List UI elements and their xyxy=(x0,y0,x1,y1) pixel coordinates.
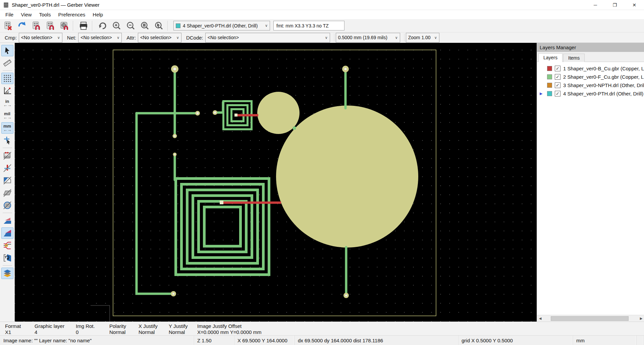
active-layer-select[interactable]: 4 Shaper_ver0-PTH.drl (Other, Drill) ∨ xyxy=(173,21,270,30)
svg-text:D1: D1 xyxy=(6,204,10,207)
menu-view[interactable]: View xyxy=(17,11,35,18)
refresh-view-icon[interactable] xyxy=(97,20,109,31)
open-gerber-job-icon[interactable] xyxy=(44,20,56,31)
menu-bar: File View Tools Preferences Help xyxy=(0,10,644,19)
menu-file[interactable]: File xyxy=(2,11,17,18)
status-value: 4 xyxy=(35,329,64,335)
zoom-select[interactable]: Zoom 1.00 ∨ xyxy=(406,33,439,43)
layer-color-swatch[interactable] xyxy=(547,83,552,88)
format-info-field[interactable]: fmt: mm X3.3 Y3.3 no TZ xyxy=(273,21,344,30)
zoom-in-icon[interactable] xyxy=(111,20,123,31)
scroll-left-icon[interactable]: ◀ xyxy=(537,315,543,322)
print-icon[interactable] xyxy=(77,20,90,31)
open-drill-file-icon[interactable] xyxy=(58,20,70,31)
scroll-right-icon[interactable]: ▶ xyxy=(638,315,644,322)
polar-coords-icon[interactable]: rθ xyxy=(1,85,13,96)
status-x-justify: X Justify Normal xyxy=(139,323,158,335)
chevron-down-icon: ∨ xyxy=(55,36,60,40)
sketch-pads-icon[interactable] xyxy=(1,150,13,161)
units-mm-icon[interactable]: mm←→ xyxy=(1,122,13,134)
flash-circle-large xyxy=(276,106,418,248)
attribute-select[interactable]: <No selection> ∨ xyxy=(138,33,181,43)
toolbar-separator xyxy=(167,21,168,31)
layer-row[interactable]: ▶ ✓ 1 Shaper_ver0-B_Cu.gbr (Copper, L2) xyxy=(537,64,644,73)
layer-label[interactable]: 4 Shaper_ver0-PTH.drl (Other, Drill) xyxy=(563,91,643,96)
status-label: Y Justify xyxy=(169,323,187,329)
layer-visibility-checkbox[interactable]: ✓ xyxy=(555,66,560,71)
cmp-label: Cmp: xyxy=(5,35,17,41)
highlight-net-icon[interactable] xyxy=(1,240,13,251)
layer-row[interactable]: ▶ ✓ 2 Shaper_ver0-F_Cu.gbr (Copper, L1) xyxy=(537,73,644,81)
scrollbar-thumb[interactable] xyxy=(551,316,629,321)
pad-hole xyxy=(174,135,176,137)
status-cursor-xy: X 69.5000 Y 164.0000 xyxy=(234,336,294,345)
layer-row[interactable]: ▶ ✓ 3 Shaper_ver0-NPTH.drl (Other, Drill… xyxy=(537,81,644,89)
clear-all-layers-icon[interactable] xyxy=(2,20,14,31)
units-inches-icon[interactable]: in←→ xyxy=(1,97,13,109)
zoom-to-selection-icon[interactable] xyxy=(153,20,165,31)
pad-hole xyxy=(345,294,347,296)
measure-tool-icon[interactable] xyxy=(1,57,13,69)
sketch-polygons-icon[interactable] xyxy=(1,175,13,186)
tab-items[interactable]: Items xyxy=(563,54,585,62)
chevron-down-icon: ∨ xyxy=(262,23,268,28)
fullscreen-crosshair-icon[interactable] xyxy=(1,135,13,146)
trace-tick xyxy=(293,127,296,130)
red-trace-start-pad xyxy=(220,201,223,204)
net-select[interactable]: <No selection> ∨ xyxy=(78,33,122,43)
chevron-down-icon: ∨ xyxy=(432,36,437,40)
grid-size-select[interactable]: 0.5000 mm (19.69 mils) ∨ xyxy=(336,33,400,43)
dcode-select[interactable]: <No selection> ∨ xyxy=(205,33,330,43)
chevron-down-icon: ∨ xyxy=(114,36,119,40)
layer-label[interactable]: 2 Shaper_ver0-F_Cu.gbr (Copper, L1) xyxy=(563,74,644,80)
chevron-down-icon: ∨ xyxy=(322,36,328,40)
layer-visibility-checkbox[interactable]: ✓ xyxy=(555,91,560,96)
menu-preferences[interactable]: Preferences xyxy=(54,11,89,18)
sketch-lines-icon[interactable] xyxy=(1,187,13,199)
layers-diff-mode-icon[interactable] xyxy=(1,227,13,239)
layer-color-swatch[interactable] xyxy=(547,66,552,71)
grid-size-value: 0.5000 mm (19.69 mils) xyxy=(338,35,387,40)
show-dcodes-icon[interactable]: D1 xyxy=(1,200,13,211)
select-tool-icon[interactable] xyxy=(1,45,13,56)
grid-toggle-icon[interactable] xyxy=(1,73,13,84)
layers-manager-toggle-icon[interactable] xyxy=(1,268,13,279)
status-value: X=0.0000 mm Y=0.0000 mm xyxy=(197,329,262,335)
bottom-statusbar: Image name: "" Layer name: "no name" Z 1… xyxy=(0,335,644,345)
filter-toolbar: Cmp: <No selection> ∨ Net: <No selection… xyxy=(0,32,644,43)
minimize-button[interactable]: ─ xyxy=(586,0,605,10)
layer-color-swatch[interactable] xyxy=(547,74,552,79)
toolbar-separator xyxy=(3,213,12,213)
layer-color-swatch[interactable] xyxy=(547,91,552,96)
menu-tools[interactable]: Tools xyxy=(35,11,54,18)
zoom-out-icon[interactable] xyxy=(125,20,137,31)
toolbar-separator xyxy=(73,21,73,31)
menu-help[interactable]: Help xyxy=(89,11,107,18)
status-value: Normal xyxy=(139,329,158,335)
layers-horizontal-scrollbar[interactable]: ◀ ▶ xyxy=(537,315,644,322)
status-label: X Justify xyxy=(139,323,158,329)
zoom-fit-icon[interactable] xyxy=(139,20,151,31)
open-gerber-file-icon[interactable] xyxy=(30,20,42,31)
app-icon xyxy=(3,2,9,8)
tab-layers[interactable]: Layers xyxy=(538,53,562,62)
main-toolbar: 4 Shaper_ver0-PTH.drl (Other, Drill) ∨ f… xyxy=(0,19,644,32)
layer-visibility-checkbox[interactable]: ✓ xyxy=(555,74,560,80)
pad-hole xyxy=(172,293,174,295)
layers-normal-mode-icon[interactable] xyxy=(1,215,13,226)
gerber-canvas[interactable] xyxy=(15,43,537,322)
layer-row-selected[interactable]: ▶ ✓ 4 Shaper_ver0-PTH.drl (Other, Drill) xyxy=(537,89,644,98)
toolbar-separator xyxy=(3,148,12,148)
sketch-flashed-items-icon[interactable] xyxy=(1,162,13,174)
status-label: Image Justify Offset xyxy=(197,323,262,329)
layer-label[interactable]: 1 Shaper_ver0-B_Cu.gbr (Copper, L2) xyxy=(563,66,644,71)
layer-visibility-checkbox[interactable]: ✓ xyxy=(555,82,560,88)
reload-all-layers-icon[interactable] xyxy=(16,20,28,31)
status-value: Normal xyxy=(169,329,187,335)
layer-label[interactable]: 3 Shaper_ver0-NPTH.drl (Other, Drill) xyxy=(563,82,644,88)
component-select[interactable]: <No selection> ∨ xyxy=(19,33,62,43)
units-mils-icon[interactable]: mil←→ xyxy=(1,110,13,121)
restore-button[interactable]: ❐ xyxy=(605,0,625,10)
flip-view-icon[interactable] xyxy=(1,252,13,264)
close-button[interactable]: ✕ xyxy=(625,0,644,10)
